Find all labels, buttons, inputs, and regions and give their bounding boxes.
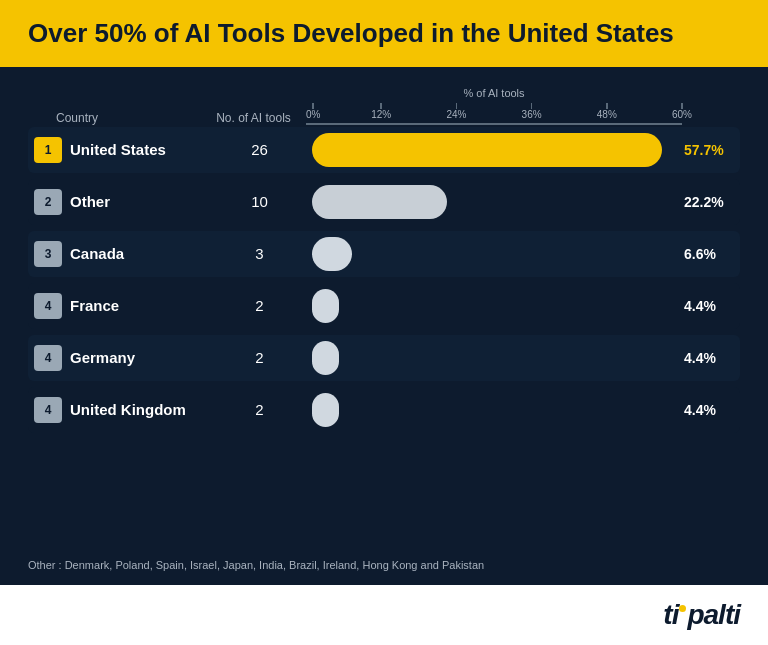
axis-label: % of AI tools (306, 87, 682, 99)
chart-container: Country No. of AI tools % of AI tools 0%… (0, 67, 768, 585)
page-title: Over 50% of AI Tools Developed in the Un… (28, 18, 740, 49)
tick-60: 60% (672, 103, 692, 120)
bar-fill (312, 393, 339, 427)
rank-badge: 3 (34, 241, 62, 267)
table-row: 1 United States 26 57.7% (28, 127, 740, 173)
bar-area: 57.7% (312, 132, 734, 168)
bar-fill (312, 341, 339, 375)
rank-badge: 4 (34, 397, 62, 423)
bar-label: 4.4% (676, 402, 734, 418)
table-row: 4 Germany 2 4.4% (28, 335, 740, 381)
bar-fill (312, 237, 352, 271)
bar-area: 22.2% (312, 184, 734, 220)
tool-count: 2 (207, 297, 312, 314)
country-name: Canada (62, 245, 207, 262)
tick-24: 24% (446, 103, 466, 120)
bar-label: 57.7% (676, 142, 734, 158)
table-row: 4 France 2 4.4% (28, 283, 740, 329)
bar-track (312, 133, 676, 167)
tool-count: 10 (207, 193, 312, 210)
axis-wrapper: % of AI tools 0% 12% 24% 36% (306, 85, 682, 125)
tool-count: 2 (207, 401, 312, 418)
tool-count: 3 (207, 245, 312, 262)
logo-text-2: palti (687, 599, 740, 631)
bar-track (312, 237, 676, 271)
country-name: France (62, 297, 207, 314)
logo-dot (679, 605, 686, 612)
bar-label: 22.2% (676, 194, 734, 210)
tick-12: 12% (371, 103, 391, 120)
bar-track (312, 341, 676, 375)
bar-area: 4.4% (312, 340, 734, 376)
header-section: Over 50% of AI Tools Developed in the Un… (0, 0, 768, 67)
tick-48: 48% (597, 103, 617, 120)
bar-label: 4.4% (676, 298, 734, 314)
bar-fill (312, 185, 447, 219)
bar-label: 6.6% (676, 246, 734, 262)
bar-label: 4.4% (676, 350, 734, 366)
table-row: 4 United Kingdom 2 4.4% (28, 387, 740, 433)
tool-count: 2 (207, 349, 312, 366)
country-name: United States (62, 141, 207, 158)
bar-fill (312, 133, 662, 167)
bar-track (312, 185, 676, 219)
rows-section: 1 United States 26 57.7% 2 Other 10 22.2… (28, 127, 740, 551)
rank-badge: 1 (34, 137, 62, 163)
country-name: Other (62, 193, 207, 210)
axis-line (306, 123, 682, 125)
bar-track (312, 289, 676, 323)
tool-count: 26 (207, 141, 312, 158)
footer-note: Other : Denmark, Poland, Spain, Israel, … (28, 559, 740, 571)
bar-track (312, 393, 676, 427)
rank-badge: 4 (34, 345, 62, 371)
bar-area: 4.4% (312, 288, 734, 324)
tick-36: 36% (522, 103, 542, 120)
rank-badge: 4 (34, 293, 62, 319)
table-row: 2 Other 10 22.2% (28, 179, 740, 225)
rank-badge: 2 (34, 189, 62, 215)
table-row: 3 Canada 3 6.6% (28, 231, 740, 277)
bottom-section: tipalti (0, 585, 768, 645)
country-name: United Kingdom (62, 401, 207, 418)
country-col-header: Country (56, 111, 201, 125)
count-col-header: No. of AI tools (201, 111, 306, 125)
bar-fill (312, 289, 339, 323)
bar-area: 4.4% (312, 392, 734, 428)
logo-text: ti (663, 599, 678, 631)
axis-ticks-container: 0% 12% 24% 36% 48% (306, 103, 682, 123)
logo: tipalti (663, 599, 740, 631)
bar-area: 6.6% (312, 236, 734, 272)
country-name: Germany (62, 349, 207, 366)
tick-0: 0% (306, 103, 320, 120)
